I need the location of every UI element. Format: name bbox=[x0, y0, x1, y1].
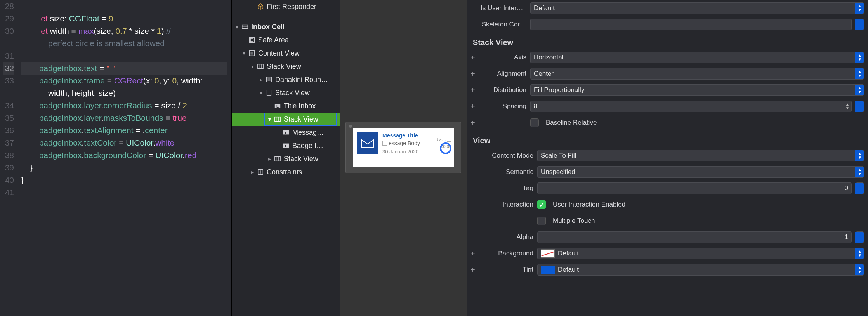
background-popup[interactable]: Default ▲▼ bbox=[537, 248, 864, 259]
svg-rect-6 bbox=[258, 64, 263, 69]
svg-rect-5 bbox=[250, 52, 253, 54]
checkbox-icon bbox=[382, 141, 387, 146]
tag-field[interactable]: 0 bbox=[537, 182, 852, 194]
cell-body: Message Title essage Body 30 Januari 202… bbox=[382, 128, 454, 167]
alignment-popup[interactable]: Center ▲▼ bbox=[530, 68, 864, 80]
distribution-label: Distribution bbox=[481, 86, 526, 94]
svg-rect-10 bbox=[267, 78, 270, 81]
outline-item[interactable]: ▾Stack View bbox=[232, 60, 340, 73]
outline-item[interactable]: Safe Area bbox=[232, 33, 340, 47]
tint-label: Tint bbox=[481, 266, 533, 274]
outline-item[interactable]: ▾Inbox Cell bbox=[232, 20, 340, 33]
baseline-relative-checkbox[interactable] bbox=[530, 118, 539, 127]
view-icon bbox=[248, 49, 256, 57]
disclosure-chevron-icon[interactable]: ▸ bbox=[250, 169, 255, 175]
user-interaction-row: Is User Intera… Default ▲▼ bbox=[467, 0, 868, 16]
message-body: essage Body bbox=[389, 140, 420, 146]
chevron-updown-icon: ▲▼ bbox=[858, 168, 862, 176]
badge-area: ba… 00:00 bbox=[437, 137, 451, 149]
add-attribute-icon[interactable]: + bbox=[470, 102, 477, 111]
chevron-updown-icon: ▲▼ bbox=[858, 54, 862, 61]
svg-text:L: L bbox=[285, 130, 287, 135]
alpha-field[interactable]: 1 bbox=[537, 231, 852, 243]
add-attribute-icon[interactable]: + bbox=[470, 266, 477, 274]
outline-item[interactable]: ▾Content View bbox=[232, 47, 340, 60]
axis-popup[interactable]: Horizontal ▲▼ bbox=[530, 52, 864, 63]
disclosure-chevron-icon[interactable]: ▾ bbox=[234, 24, 240, 30]
outline-item[interactable]: LBadge I… bbox=[232, 139, 340, 152]
outline-item-label: Constraints bbox=[267, 168, 302, 176]
spacing-field[interactable]: 8 ▲▼ bbox=[530, 101, 852, 112]
disclosure-chevron-icon[interactable]: ▾ bbox=[241, 50, 247, 56]
chevron-updown-icon: ▲▼ bbox=[858, 152, 862, 160]
disclosure-chevron-icon[interactable]: ▾ bbox=[258, 90, 264, 96]
user-interaction-popup[interactable]: Default ▲▼ bbox=[530, 2, 864, 14]
add-attribute-icon[interactable]: + bbox=[470, 86, 477, 95]
chevron-updown-icon: ▲▼ bbox=[858, 266, 862, 274]
outline-item[interactable]: ▾Stack View bbox=[232, 86, 340, 99]
field-label: Is User Intera… bbox=[481, 4, 526, 12]
cell-preview[interactable]: Message Title essage Body 30 Januari 202… bbox=[345, 122, 461, 173]
code-area[interactable]: let size: CGFloat = 9 let width = max(si… bbox=[17, 0, 231, 316]
outline-item-label: Messag… bbox=[292, 128, 324, 137]
outline-item[interactable]: ▸Stack View bbox=[232, 152, 340, 165]
document-outline[interactable]: First Responder▾Inbox CellSafe Area▾Cont… bbox=[231, 0, 340, 316]
semantic-popup[interactable]: Unspecified ▲▼ bbox=[537, 166, 864, 178]
alignment-label: Alignment bbox=[481, 70, 526, 78]
outline-item-label: Inbox Cell bbox=[251, 23, 285, 31]
alpha-label: Alpha bbox=[481, 233, 533, 241]
stepper[interactable] bbox=[856, 231, 864, 243]
chevron-updown-icon: ▲▼ bbox=[858, 4, 862, 12]
code-editor[interactable]: 2829303132333435363738394041 let size: C… bbox=[0, 0, 231, 316]
outline-item-label: First Responder bbox=[267, 3, 316, 11]
chevron-updown-icon: ▲▼ bbox=[845, 102, 849, 110]
color-swatch-icon bbox=[541, 266, 555, 274]
tint-popup[interactable]: Default ▲▼ bbox=[537, 264, 864, 276]
hstack-icon bbox=[274, 155, 281, 163]
multiple-touch-label: Multiple Touch bbox=[553, 217, 595, 225]
user-interaction-enabled-checkbox[interactable] bbox=[537, 200, 546, 209]
stepper[interactable] bbox=[856, 101, 864, 112]
semantic-label: Semantic bbox=[481, 168, 533, 176]
disclosure-chevron-icon[interactable]: ▾ bbox=[250, 63, 255, 69]
interface-builder-canvas[interactable]: Message Title essage Body 30 Januari 202… bbox=[340, 0, 467, 316]
cube-icon bbox=[257, 3, 264, 10]
stepper[interactable] bbox=[856, 182, 864, 194]
axis-label: Axis bbox=[481, 54, 526, 61]
outline-item[interactable]: ▸Danakini Roun… bbox=[232, 73, 340, 86]
svg-rect-3 bbox=[250, 38, 253, 41]
attributes-inspector[interactable]: Is User Intera… Default ▲▼ Skeleton Cor…… bbox=[467, 0, 868, 316]
inbox-cell-preview[interactable]: Message Title essage Body 30 Januari 202… bbox=[353, 128, 454, 167]
outline-item[interactable]: ▾Stack View bbox=[232, 113, 340, 126]
outline-item[interactable]: ▸Constraints bbox=[232, 165, 340, 179]
outline-item[interactable]: First Responder bbox=[232, 0, 340, 13]
outline-item-label: Stack View bbox=[275, 89, 310, 97]
chevron-updown-icon: ▲▼ bbox=[858, 250, 862, 257]
add-attribute-icon[interactable]: + bbox=[470, 249, 477, 258]
add-attribute-icon[interactable]: + bbox=[470, 53, 477, 62]
color-swatch-icon bbox=[541, 249, 555, 258]
add-attribute-icon[interactable]: + bbox=[470, 118, 477, 127]
skeleton-cor-field[interactable] bbox=[530, 19, 852, 30]
section-header-view: View bbox=[467, 131, 868, 148]
multiple-touch-checkbox[interactable] bbox=[537, 217, 546, 225]
baseline-relative-label: Baseline Relative bbox=[546, 119, 597, 127]
add-attribute-icon[interactable]: + bbox=[470, 69, 477, 78]
hstack-icon bbox=[257, 63, 264, 70]
close-icon[interactable] bbox=[349, 125, 352, 128]
content-mode-label: Content Mode bbox=[481, 152, 533, 160]
line-gutter: 2829303132333435363738394041 bbox=[0, 0, 17, 316]
spacing-label: Spacing bbox=[481, 102, 526, 110]
disclosure-chevron-icon[interactable]: ▸ bbox=[267, 156, 272, 162]
stepper[interactable] bbox=[856, 19, 864, 30]
content-mode-popup[interactable]: Scale To Fill ▲▼ bbox=[537, 150, 864, 161]
disclosure-chevron-icon[interactable]: ▾ bbox=[267, 116, 272, 122]
field-label: Skeleton Cor… bbox=[481, 21, 526, 28]
outline-item[interactable]: LTitle Inbox… bbox=[232, 99, 340, 113]
disclosure-chevron-icon[interactable]: ▸ bbox=[258, 76, 264, 83]
distribution-popup[interactable]: Fill Proportionally ▲▼ bbox=[530, 84, 864, 96]
label-icon: L bbox=[274, 102, 281, 110]
outline-item-label: Stack View bbox=[284, 155, 318, 163]
outline-item[interactable]: LMessag… bbox=[232, 126, 340, 139]
time-label: 00:00 bbox=[441, 144, 451, 149]
